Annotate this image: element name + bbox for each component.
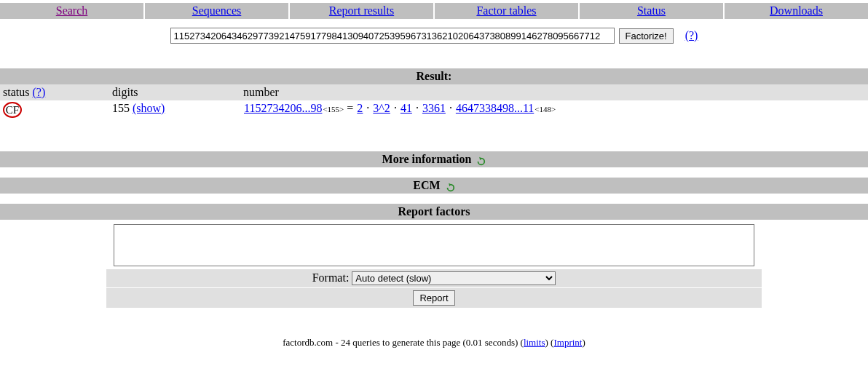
factor-link-4[interactable]: 3361 (422, 102, 446, 114)
footer-text-3: ) (582, 337, 585, 348)
nav-link-status[interactable]: Status (637, 4, 666, 17)
report-button[interactable]: Report (413, 290, 454, 306)
factor-link-1[interactable]: 2 (357, 102, 363, 114)
factor-5-size: <148> (534, 105, 556, 114)
dot-sep: · (413, 102, 422, 114)
show-digits-link[interactable]: (show) (133, 102, 165, 114)
report-area: Format: Auto detect (slow) Report (106, 224, 762, 308)
nav-item-status[interactable]: Status (580, 3, 723, 19)
number-input[interactable] (170, 28, 615, 44)
more-info-heading[interactable]: More information (0, 151, 868, 167)
format-label: Format: (312, 271, 352, 284)
status-label: status (3, 86, 29, 98)
imprint-link[interactable]: Imprint (553, 337, 582, 348)
dot-sep: · (363, 102, 372, 114)
factor-link-2[interactable]: 3^2 (373, 102, 390, 114)
status-help-link[interactable]: (?) (32, 86, 45, 98)
dot-sep: · (446, 102, 455, 114)
status-badge: CF (3, 102, 22, 118)
refresh-arrow-icon (445, 182, 455, 192)
nav-link-downloads[interactable]: Downloads (770, 4, 823, 17)
col-header-status: status (?) (0, 84, 109, 100)
table-row: CF 155 (show) 1152734206...98<155> = 2 ·… (0, 100, 868, 119)
search-help-link[interactable]: (?) (685, 29, 698, 42)
factor-link-5[interactable]: 4647338498...11 (456, 102, 534, 114)
nav-link-search[interactable]: Search (56, 4, 88, 17)
footer-text-1: factordb.com - 24 queries to generate th… (283, 337, 524, 348)
col-header-number: number (240, 84, 868, 100)
ecm-label: ECM (413, 179, 440, 192)
nav-item-search[interactable]: Search (0, 3, 143, 19)
footer-text-2: ) ( (545, 337, 554, 348)
col-header-digits: digits (109, 84, 240, 100)
dot-sep: · (391, 102, 400, 114)
result-heading: Result: (0, 68, 868, 84)
equals-text: = (344, 102, 356, 114)
result-table: status (?) digits number CF 155 (show) 1… (0, 84, 868, 119)
report-factors-textarea[interactable] (114, 224, 754, 266)
number-link[interactable]: 1152734206...98 (244, 102, 322, 114)
more-info-label: More information (382, 153, 472, 166)
nav-item-report-results[interactable]: Report results (290, 3, 433, 19)
factorization-cell: 1152734206...98<155> = 2 · 3^2 · 41 · 33… (240, 100, 868, 119)
factor-link-3[interactable]: 41 (401, 102, 412, 114)
refresh-arrow-icon (476, 156, 486, 166)
search-row: Factorize! (?) (0, 28, 868, 44)
nav-link-sequences[interactable]: Sequences (192, 4, 242, 17)
footer: factordb.com - 24 queries to generate th… (0, 337, 868, 349)
format-select[interactable]: Auto detect (slow) (352, 271, 556, 285)
format-row: Format: Auto detect (slow) (106, 269, 762, 287)
nav-item-sequences[interactable]: Sequences (145, 3, 288, 19)
nav-link-report-results[interactable]: Report results (329, 4, 394, 17)
report-button-row: Report (106, 288, 762, 308)
nav-link-factor-tables[interactable]: Factor tables (476, 4, 536, 17)
factorize-button[interactable]: Factorize! (619, 28, 674, 44)
report-factors-heading: Report factors (0, 204, 868, 220)
nav-item-downloads[interactable]: Downloads (725, 3, 868, 19)
digits-value: 155 (112, 102, 130, 114)
limits-link[interactable]: limits (524, 337, 545, 348)
top-nav: Search Sequences Report results Factor t… (0, 3, 868, 19)
nav-item-factor-tables[interactable]: Factor tables (435, 3, 578, 19)
number-size: <155> (323, 105, 344, 114)
ecm-heading[interactable]: ECM (0, 178, 868, 194)
